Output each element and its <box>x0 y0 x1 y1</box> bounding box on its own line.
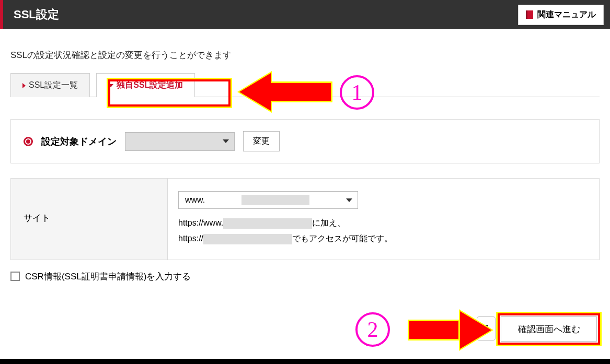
site-table: サイト www. https://www.に加え、 https://でもアクセス… <box>10 178 600 260</box>
annotation-number-2: 2 <box>355 312 390 347</box>
site-row-label: サイト <box>11 179 168 260</box>
site-url-line-1: https://www.に加え、 <box>178 215 589 231</box>
reset-button-fragment[interactable]: る <box>477 316 496 340</box>
masked-domain <box>223 218 312 229</box>
chevron-right-icon <box>22 83 26 88</box>
subdomain-prefix: www. <box>185 192 205 208</box>
subdomain-select[interactable]: www. <box>178 191 358 209</box>
tab-add-ssl-label: 独自SSL設定追加 <box>117 80 183 91</box>
csr-checkbox[interactable] <box>10 272 20 281</box>
tab-ssl-list[interactable]: SSL設定一覧 <box>10 73 90 97</box>
site-url-line-2: https://でもアクセスが可能です。 <box>178 231 589 246</box>
proceed-confirm-button[interactable]: 確認画面へ進む <box>501 316 597 342</box>
masked-domain <box>241 195 309 205</box>
page-header: SSL設定 関連マニュアル <box>0 0 610 29</box>
related-manual-label: 関連マニュアル <box>537 9 596 20</box>
csr-checkbox-row: CSR情報(SSL証明書申請情報)を入力する <box>10 271 600 283</box>
related-manual-button[interactable]: 関連マニュアル <box>518 5 604 25</box>
change-domain-button[interactable]: 変更 <box>243 131 280 151</box>
book-icon <box>526 10 533 19</box>
target-domain-label: 設定対象ドメイン <box>41 135 117 148</box>
page-description: SSLの設定状況確認と設定の変更を行うことができます <box>10 49 600 61</box>
tab-add-ssl[interactable]: 独自SSL設定追加 <box>96 73 195 97</box>
chevron-down-icon <box>108 84 113 87</box>
tab-ssl-list-label: SSL設定一覧 <box>29 80 78 91</box>
chevron-down-icon <box>346 198 352 202</box>
target-domain-select[interactable] <box>125 132 235 151</box>
site-row-value: www. https://www.に加え、 https://でもアクセスが可能で… <box>168 179 599 260</box>
chevron-down-icon <box>223 139 229 143</box>
csr-checkbox-label: CSR情報(SSL証明書申請情報)を入力する <box>25 271 191 283</box>
target-domain-panel: 設定対象ドメイン 変更 <box>10 119 600 163</box>
masked-domain <box>203 234 292 244</box>
tabs: SSL設定一覧 独自SSL設定追加 <box>10 73 600 97</box>
page-title: SSL設定 <box>3 7 59 22</box>
radio-selected-icon <box>24 137 33 146</box>
